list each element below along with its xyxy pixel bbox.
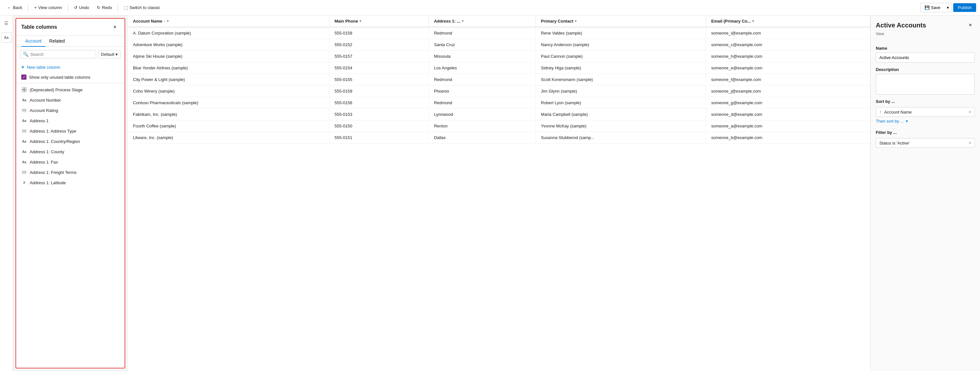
checkbox-row[interactable]: ✓ Show only unused table columns (16, 73, 124, 83)
table-cell-main_phone: 555-0154 (329, 62, 428, 74)
then-sort-label: Then sort by ... (876, 119, 904, 124)
col-email[interactable]: Email (Primary Co... ▾ (706, 16, 870, 27)
back-button[interactable]: ← Back (4, 4, 25, 11)
table-cell-address: Dallas (428, 132, 535, 143)
list-item[interactable]: Aa Account Number (16, 95, 124, 105)
table-cell-email: someone_j@example.com (706, 86, 870, 97)
new-column-button[interactable]: + New table column (16, 62, 124, 73)
table-cell-email: someone_h@example.com (706, 51, 870, 62)
table-cell-account_name: Alpine Ski House (sample) (128, 51, 329, 62)
choice-icon (21, 107, 27, 113)
svg-rect-3 (24, 90, 27, 92)
search-icon: 🔍 (23, 52, 29, 57)
panel-tabs: Account Related (16, 36, 124, 47)
table-cell-account_name: Fabrikam, Inc. (sample) (128, 109, 329, 120)
col-account-name[interactable]: Account Name ↑ ▾ (128, 16, 329, 27)
table-cell-main_phone: 555-0157 (329, 51, 428, 62)
name-field-label: Name (876, 46, 975, 51)
table-cell-account_name: Contoso Pharmaceuticals (sample) (128, 97, 329, 109)
table-cell-main_phone: 555-0150 (329, 120, 428, 132)
sort-by-label: Sort by ... (876, 99, 975, 104)
list-item[interactable]: Address 1: Address Type (16, 126, 124, 136)
hamburger-icon[interactable]: ☰ (1, 18, 12, 29)
table-cell-primary_contact: Susanna Stubberod (samp... (536, 132, 706, 143)
undo-button[interactable]: ↺ Undo (71, 4, 92, 11)
search-input[interactable] (30, 52, 93, 57)
table-cell-main_phone: 555-0151 (329, 132, 428, 143)
col-dropdown-icon: ▾ (360, 19, 361, 23)
table-cell-email: someone_d@example.com (706, 109, 870, 120)
right-panel-header: Active Accounts × (876, 21, 975, 30)
panel-close-button[interactable]: × (110, 22, 119, 32)
table-cell-email: someone_b@example.com (706, 132, 870, 143)
list-item[interactable]: (Deprecated) Process Stage (16, 84, 124, 95)
right-panel-title: Active Accounts (876, 22, 926, 29)
default-dropdown[interactable]: Default ▾ (98, 50, 121, 58)
table-body: A. Datum Corporation (sample)555-0158Red… (128, 27, 870, 143)
table-cell-primary_contact: Paul Cannon (sample) (536, 51, 706, 62)
table-cell-primary_contact: Yvonne McKay (sample) (536, 120, 706, 132)
col-address[interactable]: Address 1: ... ▾ (428, 16, 535, 27)
description-textarea[interactable] (876, 74, 975, 94)
col-dropdown-icon: ▾ (575, 19, 577, 23)
view-label: View (876, 32, 975, 36)
save-dropdown-button[interactable]: ▾ (944, 3, 951, 12)
save-main-button[interactable]: 💾 Save (921, 3, 944, 12)
switch-to-classic-button[interactable]: ⬚ Switch to classic (121, 4, 163, 11)
redo-button[interactable]: ↻ Redo (94, 4, 115, 11)
sort-field-text: Account Name (884, 110, 966, 115)
col-dropdown-icon: ▾ (167, 19, 169, 23)
col-primary-contact[interactable]: Primary Contact ▾ (536, 16, 706, 27)
table-cell-address: Missoula (428, 51, 535, 62)
sort-clear-button[interactable]: × (969, 109, 971, 115)
list-item[interactable]: Address 1: Freight Terms (16, 167, 124, 177)
table-cell-address: Santa Cruz (428, 39, 535, 51)
tab-account[interactable]: Account (21, 36, 46, 47)
table-cell-address: Renton (428, 120, 535, 132)
back-icon: ← (7, 5, 11, 10)
accounts-table: Account Name ↑ ▾ Main Phone ▾ (128, 16, 870, 143)
col-main-phone[interactable]: Main Phone ▾ (329, 16, 428, 27)
list-item[interactable]: Aa Address 1: Country/Region (16, 136, 124, 146)
right-panel-close-button[interactable]: × (966, 21, 975, 30)
table-cell-primary_contact: Rene Valdes (sample) (536, 27, 706, 39)
text-field-icon[interactable]: Aa (1, 32, 12, 43)
filter-row: Status is 'Active' × (876, 138, 975, 148)
description-field-label: Description (876, 67, 975, 72)
table-cell-main_phone: 555-0152 (329, 39, 428, 51)
view-column-button[interactable]: + View column (31, 4, 65, 11)
chevron-down-icon: ▾ (906, 119, 908, 124)
svg-rect-2 (22, 90, 24, 92)
chevron-down-icon: ▾ (116, 52, 118, 57)
name-input[interactable] (876, 53, 975, 62)
panel-header: Table columns × (16, 19, 124, 36)
undo-icon: ↺ (74, 5, 78, 10)
tab-related[interactable]: Related (46, 36, 69, 47)
table-cell-main_phone: 555-0153 (329, 109, 428, 120)
table-header-row: Account Name ↑ ▾ Main Phone ▾ (128, 16, 870, 27)
save-icon: 💾 (924, 5, 930, 10)
table-row: Adventure Works (sample)555-0152Santa Cr… (128, 39, 870, 51)
list-item[interactable]: Aa Address 1 (16, 116, 124, 126)
list-item[interactable]: Aa Address 1: Fax (16, 157, 124, 167)
table-row: Alpine Ski House (sample)555-0157Missoul… (128, 51, 870, 62)
save-button-group: 💾 Save ▾ (920, 3, 952, 12)
list-item[interactable]: # Address 1: Latitude (16, 177, 124, 188)
switch-icon: ⬚ (124, 5, 128, 10)
table-cell-primary_contact: Maria Campbell (sample) (536, 109, 706, 120)
table-cell-address: Lynnwood (428, 109, 535, 120)
filter-clear-button[interactable]: × (969, 140, 971, 145)
text-icon: Aa (21, 139, 27, 144)
then-sort-row[interactable]: Then sort by ... ▾ (876, 117, 975, 126)
list-item[interactable]: Account Rating (16, 105, 124, 116)
toolbar: ← Back + View column ↺ Undo ↻ Redo ⬚ Swi… (0, 0, 980, 16)
list-item[interactable]: Aa Address 1: County (16, 146, 124, 157)
table-row: Fourth Coffee (sample)555-0150RentonYvon… (128, 120, 870, 132)
text-icon: Aa (21, 97, 27, 103)
choice-icon (21, 169, 27, 175)
columns-panel: Table columns × Account Related 🔍 Defaul… (16, 18, 125, 368)
publish-button[interactable]: Publish (953, 3, 976, 12)
table-cell-email: someone_i@example.com (706, 27, 870, 39)
table-cell-email: someone_a@example.com (706, 120, 870, 132)
sort-asc-icon: ↑ (164, 19, 165, 23)
